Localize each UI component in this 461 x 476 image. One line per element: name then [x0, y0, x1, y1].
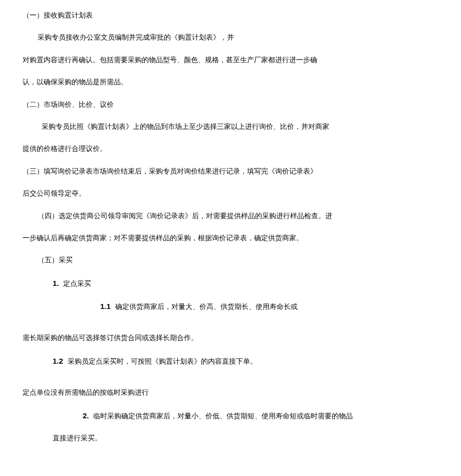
sub-1-1-text: 确定供货商家后，对量大、价高、供货期长、使用寿命长或 [115, 303, 298, 310]
section-5-item-2: 2. 临时采购确定供货商家后，对量小、价低、供货期短、使用寿命短或临时需要的物品 [23, 410, 438, 422]
sub-1-2-number: 1.2 [53, 357, 63, 365]
section-3-para-2: 后交公司领导定夺。 [23, 188, 438, 199]
section-4-para-2: 一步确认后再确定供货商家；对不需要提供样品的采购，根据询价记录表，确定供货商家。 [23, 233, 438, 244]
section-2-para-2: 提供的价格进行合理议价。 [23, 143, 438, 154]
section-4-para-1: （四）选定供货商公司领导审阅完《询价记录表》后，对需要提供样品的采购进行样品检查… [23, 211, 438, 222]
section-2-para-1: 采购专员比照《购置计划表》上的物品到市场上至少选择三家以上进行询价、比价，并对商… [23, 121, 438, 132]
section-5-item-2-para-1: 直接进行采买。 [23, 433, 438, 444]
sub-1-2-text: 采购员定点采买时，可按照《购置计划表》的内容直接下单。 [68, 358, 257, 365]
item-1-number: 1. [53, 279, 59, 287]
section-5-sub-1-2: 1.2 采购员定点采买时，可按照《购置计划表》的内容直接下单。 [23, 355, 438, 367]
section-5-title: （五）采买 [23, 255, 438, 266]
section-5-item-1-para-2: 定点单位没有所需物品的按临时采购进行 [23, 387, 438, 398]
section-1-para-1: 采购专员接收办公室文员编制并完成审批的《购置计划表》，并 [23, 32, 438, 43]
section-3-para-1: （三）填写询价记录表市场询价结束后，采购专员对询价结果进行记录，填写完《询价记录… [23, 166, 438, 177]
item-1-label: 定点采买 [63, 280, 91, 287]
section-5-item-1: 1. 定点采买 [23, 277, 438, 289]
sub-1-1-number: 1.1 [100, 302, 111, 310]
section-1-para-2: 对购置内容进行再确认。包括需要采购的物品型号、颜色、规格，甚至生产厂家都进行进一… [23, 55, 438, 66]
section-1-title: （一）接收购置计划表 [23, 10, 438, 21]
section-1-para-3: 认，以确保采购的物品是所需品。 [23, 77, 438, 88]
section-5-item-1-para-1: 需长期采购的物品可选择签订供货合同或选择长期合作。 [23, 333, 438, 344]
section-2-title: （二）市场询价、比价、议价 [23, 99, 438, 110]
item-2-number: 2. [83, 411, 89, 420]
section-5-sub-1-1: 1.1 确定供货商家后，对量大、价高、供货期长、使用寿命长或 [23, 300, 438, 312]
item-2-text: 临时采购确定供货商家后，对量小、价低、供货期短、使用寿命短或临时需要的物品 [93, 412, 353, 420]
